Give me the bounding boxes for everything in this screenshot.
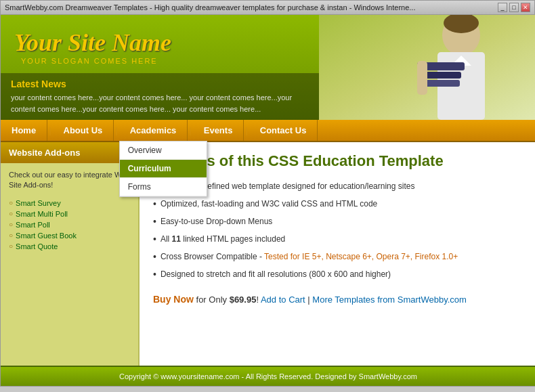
sidebar-link-quote[interactable]: Smart Quote: [16, 242, 58, 251]
sidebar-link-item: Smart Multi Poll: [9, 209, 130, 219]
sidebar-content: Check out our easy to integrate Web Site…: [1, 163, 138, 259]
site-footer: Copyright © www.yoursitename.com - All R…: [1, 366, 535, 386]
buy-section: Buy Now for Only $69.95! Add to Cart | M…: [153, 294, 522, 305]
browser-title: SmartWebby.com Dreamweaver Templates - H…: [5, 3, 415, 12]
sidebar-intro: Check out our easy to integrate Web Site…: [9, 170, 130, 191]
sidebar-header: Website Add-ons: [1, 142, 138, 163]
sidebar-link-poll[interactable]: Smart Poll: [16, 221, 50, 229]
feature-item-1: A Clean-cut refined web template designe…: [153, 178, 522, 196]
features-list: A Clean-cut refined web template designe…: [153, 178, 522, 284]
close-button[interactable]: ✕: [521, 3, 530, 12]
feature-text-4: All 11 linked HTML pages included: [160, 233, 285, 245]
feature-item-3: Easy-to-use Drop-down Menus: [153, 213, 522, 231]
sidebar-link-item: Smart Quote: [9, 241, 130, 252]
buy-now-label: Buy Now: [153, 294, 194, 305]
buy-price: $69.95: [230, 295, 257, 305]
feature-item-4: All 11 linked HTML pages included: [153, 231, 522, 248]
dropdown-item-curriculum[interactable]: Curriculum: [120, 160, 207, 178]
nav-item-academics[interactable]: Academics: [119, 120, 188, 141]
content-title: Features of this CSS Education Template: [153, 152, 522, 170]
dropdown-item-overview[interactable]: Overview: [120, 141, 207, 160]
feature-item-6: Designed to stretch and fit all resoluti…: [153, 266, 522, 284]
feature-text-6: Designed to stretch and fit all resoluti…: [160, 268, 391, 280]
nav-separator-2: |: [114, 120, 119, 141]
feature-text-2: Optimized, fast-loading and W3C valid CS…: [160, 198, 377, 210]
feature-text-3: Easy-to-use Drop-down Menus: [160, 215, 272, 227]
nav-separator-4: |: [244, 120, 249, 141]
nav-separator-3: |: [188, 120, 192, 141]
sidebar-link-survey[interactable]: Smart Survey: [16, 199, 61, 207]
news-content: your content comes here...your content c…: [11, 92, 316, 114]
sidebar-links-list: Smart Survey Smart Multi Poll Smart Poll…: [9, 198, 130, 252]
feature-text-5: Cross Browser Compatible - Tested for IE…: [160, 251, 458, 263]
hero-image: [319, 15, 535, 120]
feature-item-5: Cross Browser Compatible - Tested for IE…: [153, 248, 522, 266]
more-templates-link[interactable]: More Templates from SmartWebby.com: [312, 295, 467, 305]
maximize-button[interactable]: □: [509, 3, 519, 12]
minimize-button[interactable]: _: [498, 3, 507, 12]
sidebar-link-item: Smart Survey: [9, 198, 130, 209]
nav-item-about-us[interactable]: About Us: [53, 120, 114, 141]
sidebar-link-item: Smart Guest Book: [9, 230, 130, 241]
nav-item-home[interactable]: Home: [1, 120, 47, 141]
nav-separator-1: |: [47, 120, 52, 141]
nav-item-academics-container: Academics Overview Curriculum Forms: [119, 120, 188, 141]
svg-rect-7: [417, 61, 427, 95]
browser-controls[interactable]: _ □ ✕: [498, 3, 530, 12]
dropdown-item-forms[interactable]: Forms: [120, 178, 207, 196]
sidebar-link-item: Smart Poll: [9, 219, 130, 230]
main-content: Website Add-ons Check out our easy to in…: [1, 142, 535, 366]
browser-compat-link[interactable]: Tested for IE 5+, Netscape 6+, Opera 7+,…: [264, 252, 458, 261]
site-wrapper: Your Site Name YOUR SLOGAN COMES HERE La…: [1, 15, 535, 386]
sidebar-link-multipoll[interactable]: Smart Multi Poll: [16, 210, 68, 218]
nav-item-contact-us[interactable]: Contact Us: [249, 120, 318, 141]
academics-dropdown: Overview Curriculum Forms: [119, 141, 207, 197]
hero-svg: [319, 15, 535, 120]
sidebar-link-guestbook[interactable]: Smart Guest Book: [16, 232, 77, 240]
add-to-cart-link[interactable]: Add to Cart: [261, 295, 305, 305]
main-nav: Home | About Us | Academics Overview Cur…: [1, 120, 535, 142]
nav-item-events[interactable]: Events: [193, 120, 244, 141]
browser-title-bar: SmartWebby.com Dreamweaver Templates - H…: [1, 1, 534, 15]
news-banner: Latest News your content comes here...yo…: [1, 73, 326, 120]
site-header: Your Site Name YOUR SLOGAN COMES HERE La…: [1, 15, 535, 120]
news-title: Latest News: [11, 79, 316, 89]
browser-window: SmartWebby.com Dreamweaver Templates - H…: [0, 0, 535, 387]
feature-item-2: Optimized, fast-loading and W3C valid CS…: [153, 196, 522, 213]
footer-text: Copyright © www.yoursitename.com - All R…: [119, 372, 417, 380]
only-text: for Only: [196, 295, 228, 305]
